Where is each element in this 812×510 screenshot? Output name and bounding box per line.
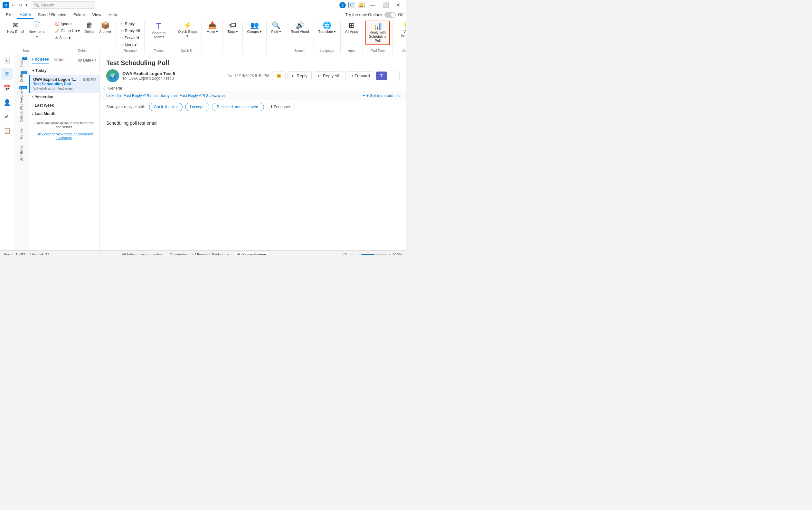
tag-linkedin[interactable]: LinkedIn	[106, 93, 121, 98]
reading-actions: 😊 ↩ Reply ↩ Reply All ↪ Forward	[272, 70, 399, 81]
emoji-button[interactable]: 😊	[272, 72, 285, 80]
try-new-outlook: Try the new Outlook Off	[345, 12, 403, 18]
gem-icon[interactable]: 💎	[349, 2, 355, 8]
group-today[interactable]: ▾ Today	[29, 66, 99, 75]
tab-focused[interactable]: Focused	[32, 57, 49, 63]
viva-insights-button[interactable]: 💡 Viva Insights	[395, 21, 406, 39]
cleanup-icon: 🧹	[55, 29, 60, 33]
menu-send-receive[interactable]: Send / Receive	[35, 11, 69, 18]
sort-button[interactable]: By Date ▾ ↑	[77, 58, 96, 62]
tag-fast-reply-main[interactable]: Fast Reply API-main always on	[123, 93, 177, 98]
translate-button[interactable]: 🌐 Translate ▾	[317, 21, 338, 35]
menu-file[interactable]: File	[3, 11, 16, 18]
more-respond-button[interactable]: ↪ More ▾	[119, 42, 142, 48]
sender-to: To OWA Explicit Logon Test 3	[122, 76, 175, 81]
teams-action-button[interactable]: T	[376, 72, 387, 80]
redo-button[interactable]: ↪	[18, 2, 23, 8]
new-items-label: New Items	[29, 30, 46, 34]
view-compact-button[interactable]: ⊞	[342, 252, 349, 255]
all-apps-button[interactable]: ⊞ All Apps	[343, 21, 360, 35]
menu-help[interactable]: Help	[105, 11, 120, 18]
ribbon-group-delete-items: 🚫 Ignore 🧹 Clean Up ▾ ⚠ Junk ▾ 🗑 Delete …	[53, 21, 113, 48]
zoom-slider-fill	[361, 254, 374, 255]
display-settings-button[interactable]: ⚙ Display Settings	[234, 252, 270, 255]
group-lastmonth[interactable]: › Last Month	[29, 110, 99, 118]
search-input[interactable]	[41, 3, 90, 7]
window-controls: — ⬜ ✕	[367, 1, 403, 9]
sent-folder[interactable]: Sent Items	[14, 142, 29, 164]
archive-folder[interactable]: Archive	[14, 125, 29, 142]
forward-button[interactable]: ↪ Forward	[119, 35, 142, 41]
reply-button[interactable]: ↩ Reply	[119, 21, 142, 27]
reply-action-button[interactable]: ↩ Reply	[288, 71, 312, 80]
groups-button[interactable]: 👥 Groups ▾	[245, 21, 264, 35]
collapse-panel[interactable]: ›	[4, 57, 10, 64]
quick-steps-button[interactable]: ⚡ Quick Steps ▾	[176, 21, 199, 39]
close-button[interactable]: ✕	[393, 1, 403, 9]
statusbar-center: All folders are up to date. Connected to…	[122, 252, 270, 255]
new-items-dropdown-icon: ▾	[36, 34, 38, 39]
menu-view[interactable]: View	[89, 11, 104, 18]
inbox-folder[interactable]: 3 Inbox	[14, 55, 29, 69]
email-item-1-row: OWA Explicit Logon T... 8:40 PM	[33, 77, 96, 82]
quick-steps-label: Quick Steps ▾	[178, 30, 197, 38]
quick-steps-icon: ⚡	[183, 22, 192, 29]
search-box[interactable]: 🔍	[31, 1, 95, 9]
minimize-button[interactable]: —	[367, 1, 379, 9]
tab-other[interactable]: Other	[54, 57, 65, 63]
ribbon-group-quicksteps-items: ⚡ Quick Steps ▾	[176, 21, 199, 48]
reply-scheduling-button[interactable]: 📊 Reply with Scheduling Poll	[365, 21, 390, 45]
email-item-1[interactable]: OWA Explicit Logon T... 8:40 PM Test Sch…	[29, 75, 99, 93]
move-button[interactable]: 📥 Move ▾	[205, 21, 220, 35]
zoom-slider[interactable]	[361, 254, 387, 255]
zoom-out-button[interactable]: −	[357, 252, 360, 255]
new-items-button[interactable]: 📄 New Items ▾	[27, 21, 47, 40]
group-yesterday[interactable]: › Yesterday	[29, 93, 99, 101]
suggestion-i-accept[interactable]: I accept!	[185, 103, 209, 111]
try-new-toggle[interactable]	[385, 12, 396, 18]
sidebar-item-contacts[interactable]: 👤	[1, 97, 13, 108]
menu-folder[interactable]: Folder	[70, 11, 89, 18]
tags-button[interactable]: 🏷 Tags ▾	[225, 21, 240, 35]
main-layout: › ✉ 📅 👤 ✔ 📋 3 Inbox Drafts 320 6947 Outl…	[0, 54, 406, 250]
sidebar-item-mail[interactable]: ✉	[1, 68, 13, 80]
undo-button[interactable]: ↩	[11, 2, 17, 8]
feedback-label: Outlook Web Feedback	[20, 89, 23, 122]
bell-icon[interactable]: 🔔	[358, 2, 364, 8]
scheduling-icon: 📊	[373, 23, 382, 30]
ribbon-group-move-label	[205, 52, 220, 54]
get-addins-button[interactable]: + + Get more add-ins	[363, 93, 399, 98]
feedback-button[interactable]: ℹ Feedback	[267, 103, 295, 111]
suggestion-got-it[interactable]: Got it, thanks!	[149, 103, 183, 111]
ignore-button[interactable]: 🚫 Ignore	[53, 21, 82, 27]
drafts-folder[interactable]: Drafts 320	[14, 69, 29, 85]
read-aloud-button[interactable]: 🔊 Read Aloud	[289, 21, 311, 35]
delete-button[interactable]: 🗑 Delete	[83, 21, 97, 35]
email-title: Test Scheduling Poll	[106, 59, 399, 67]
new-email-button[interactable]: ✉ New Email	[5, 21, 26, 35]
more-items-link[interactable]: Click here to view more on Microsoft Exc…	[29, 132, 99, 143]
view-preview-button[interactable]: ≡	[350, 252, 355, 255]
reply-all-button[interactable]: ↩ Reply All	[119, 28, 142, 34]
suggestion-received[interactable]: Received, and accepted.	[212, 103, 264, 111]
ribbon-group-tags-items: 🏷 Tags ▾	[225, 21, 240, 52]
feedback-folder[interactable]: 6947 Outlook Web Feedback	[14, 85, 29, 125]
forward-action-button[interactable]: ↪ Forward	[345, 71, 374, 80]
menu-home[interactable]: Home	[17, 11, 34, 19]
find-button[interactable]: 🔍 Find ▾	[269, 21, 283, 35]
qat-dropdown-button[interactable]: ▾	[25, 2, 29, 8]
tag-fast-reply-3[interactable]: Fast Reply API 3 always on	[179, 93, 227, 98]
zoom-in-button[interactable]: +	[388, 252, 391, 255]
archive-button[interactable]: 📦 Archive	[97, 21, 113, 35]
share-teams-button[interactable]: T Share to Teams	[147, 21, 170, 40]
more-actions-button[interactable]: ···	[389, 70, 399, 81]
reply-all-action-button[interactable]: ↩ Reply All	[313, 71, 343, 80]
sidebar-item-notes[interactable]: 📋	[1, 125, 13, 137]
folder-panel: 3 Inbox Drafts 320 6947 Outlook Web Feed…	[14, 54, 29, 250]
group-lastweek[interactable]: › Last Week	[29, 101, 99, 110]
maximize-button[interactable]: ⬜	[379, 1, 392, 9]
junk-button[interactable]: ⚠ Junk ▾	[53, 35, 82, 41]
sidebar-item-calendar[interactable]: 📅	[1, 83, 13, 94]
cleanup-button[interactable]: 🧹 Clean Up ▾	[53, 28, 82, 34]
sidebar-item-tasks[interactable]: ✔	[1, 111, 13, 122]
